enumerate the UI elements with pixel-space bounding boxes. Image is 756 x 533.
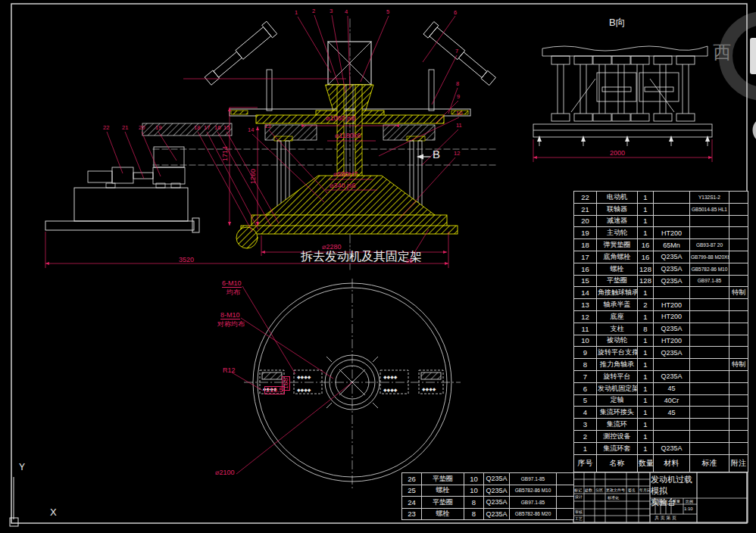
table-cell: 8 [638, 323, 654, 335]
table-row: 1集流环套1Q235A [574, 442, 748, 454]
table-cell [729, 215, 748, 227]
table-cell [729, 251, 748, 263]
table-cell: HT200 [654, 299, 690, 311]
table-cell [729, 335, 748, 347]
table-cell: 16 [638, 239, 654, 251]
table-row: 13轴承半盖2HT200 [574, 299, 748, 311]
table-cell: 1 [638, 203, 654, 215]
table-cell: 测控设备 [597, 430, 638, 442]
table-cell [729, 394, 748, 407]
table-cell: GB5782-86 M10 [510, 485, 557, 497]
table-row: 20减速器1 [574, 215, 748, 227]
table-cell: GB97.1-85 [690, 275, 729, 287]
parts-table-header: 序号 名称 数量 材料 标准 附注 [574, 454, 748, 472]
watermark-logo [726, 18, 756, 142]
table-cell [729, 370, 748, 382]
table-cell: 弹簧垫圈 [597, 239, 638, 251]
table-row: 18弹簧垫圈1665MnGB93-87 20 [574, 239, 748, 251]
table-cell: 6 [574, 382, 597, 394]
table-cell: 1 [638, 347, 654, 359]
svg-text:◆◆◆◆: ◆◆◆◆ [263, 386, 277, 391]
table-row: 10被动轮1HT200 [574, 335, 748, 347]
table-cell [729, 430, 748, 442]
table-cell: 2 [638, 299, 654, 311]
table-cell: 13 [574, 299, 597, 311]
drawing-title-line1: 发动机过载模拟 [651, 474, 696, 497]
table-cell: 1 [638, 442, 654, 454]
table-cell: 平垫圈 [422, 473, 464, 485]
table-cell [690, 419, 729, 431]
table-cell: 特制 [729, 287, 748, 299]
table-cell: 底座 [597, 310, 638, 323]
table-cell: 旋转平台支撑板 [597, 347, 638, 359]
table-cell: 1 [638, 192, 654, 204]
table-cell: 128 [638, 263, 654, 275]
table-cell [729, 239, 748, 251]
table-cell: 1 [638, 359, 654, 371]
svg-text:◆◆◆◆: ◆◆◆◆ [422, 386, 436, 391]
table-cell: 1 [638, 310, 654, 323]
table-cell [729, 323, 748, 335]
table-row: 6发动机固定架145 [574, 382, 748, 394]
table-cell: 平垫圈 [597, 275, 638, 287]
main-front-view [45, 19, 498, 270]
table-cell [729, 203, 748, 215]
table-cell: 23 [402, 508, 422, 520]
table-cell: Q235A [654, 370, 690, 382]
table-cell: 22 [574, 192, 597, 204]
table-cell: GB5014-85 HL1 [690, 203, 729, 215]
table-cell: Q235A [654, 275, 690, 287]
table-cell: Q235A [484, 508, 510, 520]
table-cell: 65Mn [654, 239, 690, 251]
hardware-table: 26平垫圈10Q235AGB97.1-8525螺栓10Q235AGB5782-8… [401, 472, 574, 520]
table-cell: Y132S1-2 [690, 192, 729, 204]
table-row: 9旋转平台支撑板1Q235A [574, 347, 748, 359]
table-row: 7旋转平台1Q235A [574, 370, 748, 382]
header-cell: 名称 [597, 454, 638, 472]
table-cell: Q235A [484, 485, 510, 497]
table-cell [654, 215, 690, 227]
table-cell: 1 [638, 394, 654, 407]
table-cell [690, 323, 729, 335]
table-cell: 7 [574, 370, 597, 382]
drawing-title: 发动机过载模拟 实验台 [651, 474, 696, 498]
table-cell [654, 192, 690, 204]
table-cell: GB5782-86 M20 [510, 508, 557, 520]
table-row: 25螺栓10Q235AGB5782-86 M10 [402, 485, 574, 497]
table-row: 8推力角轴承1特制 [574, 359, 748, 371]
table-cell: Q235A [654, 251, 690, 263]
table-cell: GB5782-86 M10 [690, 263, 729, 275]
table-cell [654, 359, 690, 371]
table-cell: 减速器 [597, 215, 638, 227]
table-cell: 3 [574, 419, 597, 431]
view-b [533, 46, 712, 146]
table-row: 12底座1HT200 [574, 310, 748, 323]
table-row: 19主动轮1HT200 [574, 227, 748, 239]
table-cell [729, 407, 748, 419]
table-row: 22电动机1Y132S1-2 [574, 192, 748, 204]
table-cell: 21 [574, 203, 597, 215]
table-row: 17底角螺栓16Q235AGB799-88 M20X60 [574, 251, 748, 263]
table-cell: 45 [654, 382, 690, 394]
table-cell: HT200 [654, 310, 690, 323]
table-cell: 11 [574, 323, 597, 335]
table-cell: 特制 [729, 359, 748, 371]
table-cell: 集流环接头 [597, 407, 638, 419]
table-cell [654, 430, 690, 442]
table-cell: 联轴器 [597, 203, 638, 215]
table-row: 26平垫圈10Q235AGB97.1-85 [402, 473, 574, 485]
header-cell: 材料 [654, 454, 690, 472]
table-cell: 15 [574, 275, 597, 287]
table-cell [690, 370, 729, 382]
table-cell: 1 [638, 419, 654, 431]
table-cell [690, 347, 729, 359]
svg-text:◆◆◆◆: ◆◆◆◆ [297, 387, 311, 392]
table-cell: 集流环套 [597, 442, 638, 454]
table-cell: 轴承半盖 [597, 299, 638, 311]
table-cell: GB97.1-85 [510, 497, 557, 509]
table-cell: 定轴 [597, 394, 638, 407]
table-cell: 1 [574, 442, 597, 454]
svg-text:◆◆◆◆: ◆◆◆◆ [383, 374, 398, 379]
table-cell: 45 [654, 407, 690, 419]
table-cell: 10 [574, 335, 597, 347]
